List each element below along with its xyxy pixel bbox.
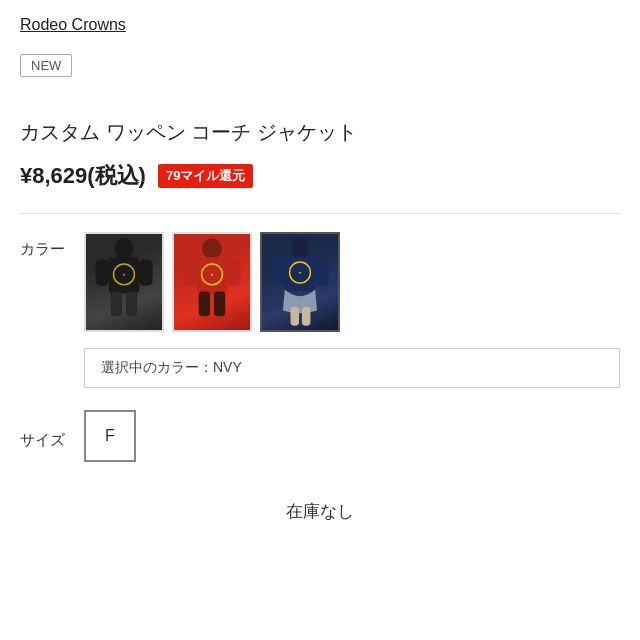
svg-point-16	[291, 237, 310, 258]
color-option-navy[interactable]: ★	[260, 232, 340, 332]
stock-status: 在庫なし	[20, 490, 620, 533]
svg-point-8	[203, 238, 222, 259]
svg-text:★: ★	[122, 273, 126, 277]
color-section: カラー ★	[20, 232, 620, 332]
color-option-black[interactable]: ★	[84, 232, 164, 332]
svg-rect-12	[199, 292, 210, 317]
svg-rect-4	[111, 292, 122, 317]
svg-rect-18	[272, 259, 285, 286]
product-price: ¥8,629(税込)	[20, 161, 146, 191]
svg-rect-13	[214, 292, 225, 317]
svg-rect-20	[291, 307, 300, 326]
size-section: サイズ F	[20, 410, 620, 462]
color-option-red[interactable]: ★	[172, 232, 252, 332]
price-row: ¥8,629(税込) 79マイル還元	[20, 161, 620, 191]
svg-rect-2	[96, 259, 109, 286]
svg-rect-11	[227, 259, 240, 286]
size-label: サイズ	[20, 423, 68, 450]
product-page: Rodeo Crowns NEW カスタム ワッペン コーチ ジャケット ¥8,…	[0, 0, 640, 549]
svg-rect-5	[126, 292, 137, 317]
color-label: カラー	[20, 232, 68, 259]
brand-link[interactable]: Rodeo Crowns	[20, 16, 126, 34]
svg-rect-3	[139, 259, 152, 286]
size-option-f[interactable]: F	[84, 410, 136, 462]
svg-rect-19	[315, 259, 328, 286]
svg-text:★: ★	[210, 273, 214, 277]
svg-point-0	[115, 238, 134, 259]
svg-rect-21	[302, 307, 311, 326]
svg-rect-10	[184, 259, 197, 286]
new-badge: NEW	[20, 54, 72, 77]
color-thumbnails: ★ ★	[84, 232, 340, 332]
divider	[20, 213, 620, 214]
selected-color-display: 選択中のカラー：NVY	[84, 348, 620, 388]
miles-badge: 79マイル還元	[158, 164, 253, 188]
product-title: カスタム ワッペン コーチ ジャケット	[20, 117, 620, 147]
svg-text:★: ★	[298, 271, 302, 275]
